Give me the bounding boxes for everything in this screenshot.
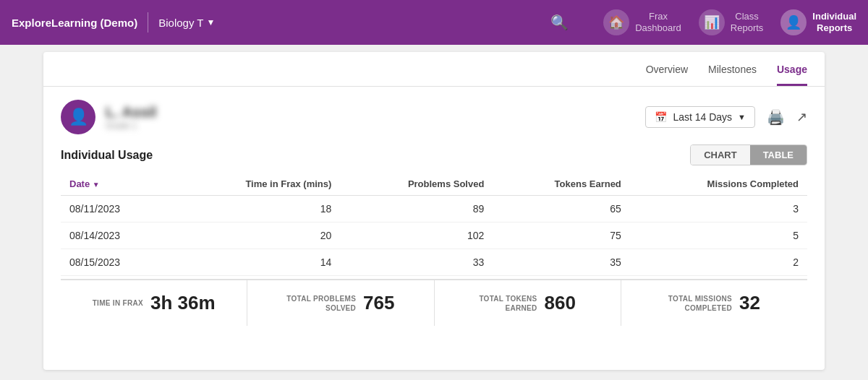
problems-label: TOTAL PROBLEMSSOLVED [286,294,356,313]
summary-tokens: TOTAL TOKENSEARNED 860 [435,280,621,326]
time-label: TIME IN FRAX [93,298,143,308]
cell-date: 08/14/2023 [61,223,171,249]
user-row: 👤 L. Assil Grade 1 📅 Last 14 Days ▼ 🖨️ ↗ [43,87,825,144]
data-table: Date ▼ Time in Frax (mins) Problems Solv… [61,173,807,276]
cell-tokens: 35 [493,249,629,276]
user-name: L. Assil [106,104,156,121]
col-missions[interactable]: Missions Completed [630,173,807,196]
avatar: 👤 [61,100,95,134]
date-filter-label: Last 14 Days [673,111,732,123]
frax-dashboard-nav[interactable]: 🏠 FraxDashboard [603,9,681,35]
tab-usage[interactable]: Usage [777,64,807,86]
nav-divider [148,12,148,33]
top-navigation: ExploreLearning (Demo) Biology T ▼ 🔍 🏠 F… [0,0,868,45]
cell-missions: 3 [630,196,807,223]
individual-reports-nav[interactable]: 👤 IndividualReports [780,9,856,35]
tabs-row: Overview Milestones Usage [43,52,825,87]
tokens-value: 860 [544,292,575,314]
table-body: 08/11/2023188965308/14/20232010275508/15… [61,196,807,276]
class-reports-label: ClassReports [731,11,764,33]
tab-overview[interactable]: Overview [646,64,688,86]
user-actions: 📅 Last 14 Days ▼ 🖨️ ↗ [645,106,807,128]
cell-problems: 89 [340,196,493,223]
tab-milestones[interactable]: Milestones [708,64,757,86]
chevron-down-icon: ▼ [738,113,746,121]
tokens-label: TOTAL TOKENSEARNED [479,294,537,313]
time-value: 3h 36m [150,292,216,314]
person-icon: 👤 [780,9,807,35]
summary-problems: TOTAL PROBLEMSSOLVED 765 [247,280,434,326]
missions-value: 32 [739,292,760,314]
search-icon[interactable]: 🔍 [550,14,569,31]
cell-time: 14 [171,249,340,276]
cell-time: 20 [171,223,340,249]
date-filter-button[interactable]: 📅 Last 14 Days ▼ [645,106,755,128]
avatar-icon: 👤 [69,108,88,126]
individual-reports-label: IndividualReports [812,11,856,33]
cell-missions: 5 [630,223,807,249]
summary-missions: TOTAL MISSIONSCOMPLETED 32 [621,280,807,326]
cell-date: 08/15/2023 [61,249,171,276]
chart-bar-icon: 📊 [699,9,725,35]
summary-time: TIME IN FRAX 3h 36m [61,280,247,326]
chart-view-button[interactable]: CHART [691,145,750,165]
expand-icon[interactable]: ↗ [796,109,807,125]
missions-label: TOTAL MISSIONSCOMPLETED [668,294,732,313]
col-time[interactable]: Time in Frax (mins) [171,173,340,196]
cell-time: 18 [171,196,340,223]
table-header-row: Date ▼ Time in Frax (mins) Problems Solv… [61,173,807,196]
table-section: Individual Usage CHART TABLE Date ▼ Time… [43,144,825,326]
table-row: 08/14/202320102755 [61,223,807,249]
frax-dashboard-label: FraxDashboard [635,11,681,33]
cell-missions: 2 [630,249,807,276]
print-icon[interactable]: 🖨️ [767,108,785,126]
calendar-icon: 📅 [655,111,667,123]
col-problems[interactable]: Problems Solved [340,173,493,196]
col-date[interactable]: Date ▼ [61,173,171,196]
cell-problems: 102 [340,223,493,249]
user-sub: Grade 1 [106,121,156,131]
chevron-down-icon: ▼ [206,17,215,27]
class-label: Biology T [158,17,203,29]
summary-row: TIME IN FRAX 3h 36m TOTAL PROBLEMSSOLVED… [61,279,807,326]
section-header: Individual Usage CHART TABLE [61,144,807,165]
sort-arrow-icon: ▼ [93,181,100,189]
brand-name: ExploreLearning (Demo) [12,17,137,29]
view-toggle: CHART TABLE [690,144,807,165]
cell-problems: 33 [340,249,493,276]
user-info: 👤 L. Assil Grade 1 [61,100,156,134]
main-content-card: Overview Milestones Usage 👤 L. Assil Gra… [43,52,825,370]
class-reports-nav[interactable]: 📊 ClassReports [699,9,764,35]
cell-tokens: 65 [493,196,629,223]
col-tokens[interactable]: Tokens Earned [493,173,629,196]
table-row: 08/11/20231889653 [61,196,807,223]
home-icon: 🏠 [603,9,629,35]
table-row: 08/15/20231433352 [61,249,807,276]
table-view-button[interactable]: TABLE [750,145,807,165]
class-selector[interactable]: Biology T ▼ [158,17,215,29]
cell-date: 08/11/2023 [61,196,171,223]
cell-tokens: 75 [493,223,629,249]
section-title: Individual Usage [61,149,153,162]
problems-value: 765 [363,292,394,314]
